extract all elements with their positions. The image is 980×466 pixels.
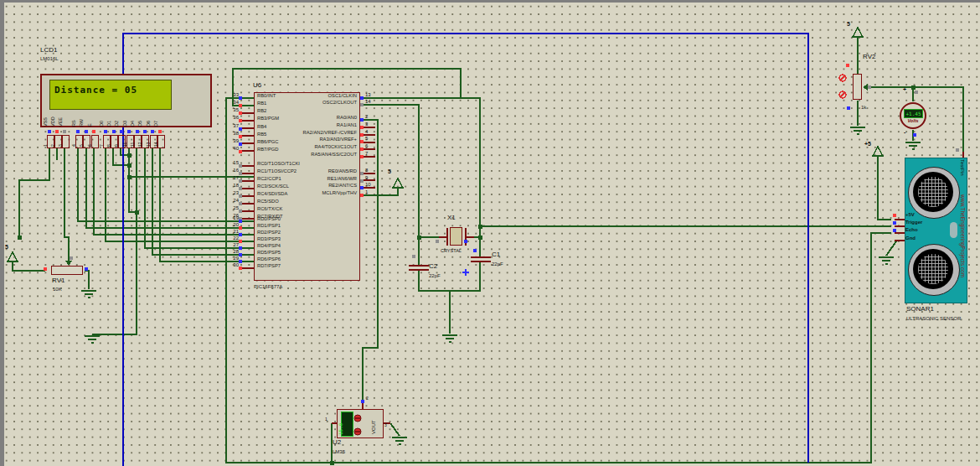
window-border-left xyxy=(0,0,4,466)
pic-part-label: PIC16F877A xyxy=(254,284,282,289)
sonar-watermark: www.TheEngineeringProjects.com xyxy=(960,194,966,277)
sonar-part-label: ULTRASONIC SENSOR xyxy=(906,316,961,321)
c1-ref-label: C1 xyxy=(492,251,500,258)
wire-sonar-gnd xyxy=(886,241,896,256)
lm35-sensor[interactable]: 15.0 VOUT xyxy=(337,409,384,438)
mclr-power-label: 5 xyxy=(388,168,391,174)
pic-labels-right-b: RA0/AN0RA1/AN1RA2/AN2/VREF-/CVREFRA3/AN3… xyxy=(256,115,357,159)
pin-state-marker xyxy=(76,130,80,133)
schematic-canvas: LCD1 LM016L Distance = 05 VSSVDDVEERSRWE… xyxy=(0,0,980,466)
sonar-power-label: +5 xyxy=(864,141,871,147)
sonar-pin-labels: +5VTriggerEchoGnd xyxy=(905,212,922,243)
c2-value-label: 22pF xyxy=(429,273,441,278)
c2-ref-label: C2 xyxy=(429,262,437,270)
wire-lm35-p3 xyxy=(390,423,400,436)
pic-labels-right-d: MCLR/Vpp/THV xyxy=(256,190,357,198)
pin-state-marker xyxy=(151,130,154,133)
lm35-pin3-label: 3 xyxy=(384,422,387,427)
pin-state-marker xyxy=(143,130,147,133)
wire-ra0-lm35 xyxy=(360,120,378,402)
pin-state-marker xyxy=(127,130,131,133)
c1-value-label: 22pF xyxy=(492,261,503,267)
pin-state-marker xyxy=(48,130,51,133)
pin-state-marker xyxy=(104,130,107,133)
pot-adjust-icons xyxy=(839,75,846,98)
pin-state-marker xyxy=(120,130,123,133)
rv2-pot[interactable] xyxy=(853,74,862,100)
crystal-ref-label: X1 xyxy=(447,214,456,221)
voltmeter-reading: +1.45 xyxy=(904,109,923,118)
rv2-value-label: 1k xyxy=(861,105,866,110)
ground-symbols xyxy=(81,127,921,444)
pin-state-marker xyxy=(85,130,88,133)
pin-state-marker xyxy=(63,130,66,133)
transducer-bottom-icon xyxy=(908,244,960,296)
lcd-pin: 6 xyxy=(91,135,99,148)
crystal-part-label: CRYSTAL xyxy=(441,248,462,253)
rv1-ref-label: RV1 xyxy=(52,277,64,284)
wires-layer xyxy=(0,0,980,466)
lcd-pin-name-row: VSSVDDVEERSRWED0D1D2D3D4D5D6D7 xyxy=(47,111,166,127)
rv1-power-label: 5 xyxy=(5,244,8,250)
rv1-pot[interactable] xyxy=(51,266,83,275)
lm35-adjust-knobs[interactable] xyxy=(338,410,384,439)
wire-rv1-right xyxy=(85,271,89,289)
sonar-testpin-label: TestPin xyxy=(960,159,965,176)
pic-ref-label: U6 xyxy=(253,81,261,89)
wire-sonar-5v xyxy=(878,161,891,220)
voltmeter[interactable]: +1.45 xyxy=(900,102,926,129)
pic-labels-left-c: RD0/PSP0RD1/PSP1RD2/PSP2RD3/PSP3RD4/PSP4… xyxy=(257,216,281,270)
rv2-power-label: 5 xyxy=(847,21,850,27)
lm35-pin2-label: 2 xyxy=(366,396,369,401)
pin-state-marker xyxy=(136,130,139,133)
pic-labels-right-a: OSC1/CLKINOSC2/CLKOUT xyxy=(256,93,357,106)
lcd-display-text: Distance = 05 xyxy=(54,85,137,96)
voltmeter-minus-label: - xyxy=(904,129,905,135)
wire-rv1-left xyxy=(13,267,45,271)
crystal[interactable] xyxy=(450,227,462,246)
lm35-vout-label: VOUT xyxy=(371,409,376,434)
lm35-pin1-label: 1 xyxy=(325,417,328,422)
rv1-value-label: 10K xyxy=(53,287,62,292)
lcd-pin: 3 xyxy=(62,135,70,148)
lcd-screen: Distance = 05 xyxy=(49,80,172,110)
window-border-top xyxy=(0,0,980,3)
pin-state-marker xyxy=(112,130,116,133)
wire-vee-to-rv1 xyxy=(64,148,69,262)
lcd-part-label: LM016L xyxy=(40,56,59,61)
voltmeter-unit-label: Volts xyxy=(901,118,925,123)
lm35-part-label: LM35 xyxy=(333,449,345,454)
wire-vss xyxy=(19,148,49,237)
voltmeter-plus-label: + xyxy=(903,86,906,92)
lcd-pin-row: 1 2 3 4 5 6 7 8 9 10 xyxy=(47,130,166,148)
sonar-oval-detail xyxy=(950,222,957,238)
pic-labels-right-c: RE0/AN5/RDRE1/AN6/WRRE2/AN7/CS xyxy=(256,168,357,190)
sonar-ref-label: SONAR1 xyxy=(906,305,934,313)
lm35-ref-label: U2 xyxy=(333,438,341,446)
transducer-top-icon xyxy=(908,167,960,219)
pin-state-marker xyxy=(55,130,59,133)
pin-state-marker xyxy=(92,130,95,133)
pin-state-marker xyxy=(158,130,162,133)
wire-d3 xyxy=(129,148,137,212)
lcd-pin: 14 xyxy=(157,135,165,148)
rv2-ref-label: RV2 xyxy=(863,53,875,60)
lcd-ref-label: LCD1 xyxy=(40,46,57,54)
